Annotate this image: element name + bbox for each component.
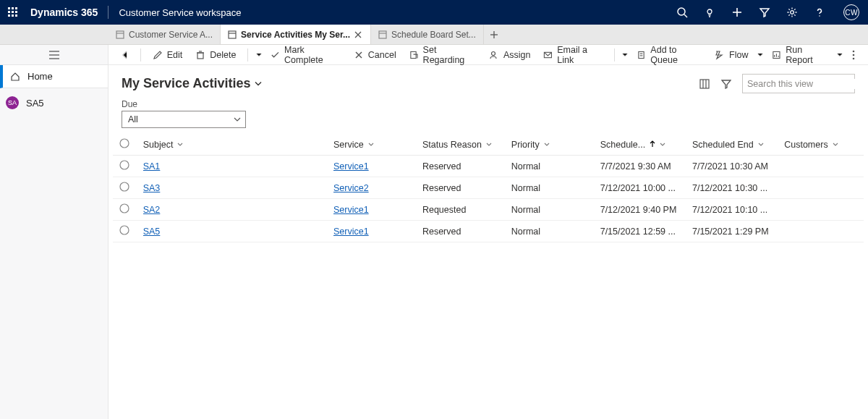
- cmd-label: Edit: [167, 50, 183, 60]
- col-customers[interactable]: Customers: [784, 134, 864, 156]
- assign-button[interactable]: Assign: [483, 46, 537, 64]
- end-cell: 7/12/2021 10:30 ...: [692, 177, 784, 199]
- row-checkbox[interactable]: [119, 160, 129, 170]
- topbar-actions: CW: [676, 4, 859, 20]
- svg-rect-35: [411, 51, 416, 58]
- svg-rect-17: [116, 31, 124, 38]
- flow-split-caret[interactable]: [756, 47, 765, 63]
- app-launcher-icon[interactable]: [6, 5, 20, 20]
- add-to-queue-button[interactable]: Add to Queue: [631, 46, 708, 64]
- svg-rect-4: [12, 11, 14, 13]
- filter-icon[interactable]: [758, 6, 771, 19]
- lightbulb-icon[interactable]: [703, 6, 716, 19]
- row-checkbox[interactable]: [119, 203, 129, 213]
- tab-customer-service-admin[interactable]: Customer Service A...: [109, 25, 221, 44]
- filter-icon[interactable]: [720, 78, 732, 90]
- tab-label: Customer Service A...: [129, 30, 213, 40]
- command-bar: Edit Delete Mark Complete Cancel Set Reg…: [109, 45, 868, 65]
- col-label: Schedule...: [600, 140, 646, 150]
- edit-button[interactable]: Edit: [147, 46, 189, 64]
- table-row[interactable]: SA2Service1RequestedNormal7/12/2021 9:40…: [113, 199, 864, 221]
- customers-cell: [784, 199, 864, 221]
- due-select[interactable]: All: [122, 111, 246, 128]
- col-scheduled-start[interactable]: Schedule...: [600, 134, 692, 156]
- back-button[interactable]: [116, 50, 135, 60]
- cmd-label: Mark Complete: [284, 45, 341, 65]
- customers-cell: [784, 156, 864, 177]
- svg-rect-38: [638, 51, 643, 58]
- view-selector[interactable]: My Service Activities: [122, 76, 262, 91]
- delete-split-caret[interactable]: [254, 47, 263, 63]
- new-tab-button[interactable]: [484, 25, 504, 44]
- plus-icon[interactable]: [731, 6, 744, 19]
- svg-rect-1: [12, 7, 14, 9]
- start-cell: 7/7/2021 9:30 AM: [600, 156, 692, 177]
- mark-complete-button[interactable]: Mark Complete: [265, 46, 346, 64]
- col-service[interactable]: Service: [333, 134, 422, 156]
- status-cell: Requested: [422, 199, 511, 221]
- email-link-split-caret[interactable]: [621, 47, 630, 63]
- priority-cell: Normal: [511, 156, 600, 177]
- row-checkbox[interactable]: [119, 182, 129, 192]
- svg-point-56: [120, 204, 129, 213]
- svg-point-55: [120, 182, 129, 191]
- end-cell: 7/12/2021 10:10 ...: [692, 199, 784, 221]
- subject-link[interactable]: SA5: [143, 227, 161, 237]
- subject-link[interactable]: SA1: [143, 161, 161, 172]
- row-checkbox[interactable]: [119, 225, 129, 235]
- table-row[interactable]: SA5Service1ReservedNormal7/15/2021 12:59…: [113, 221, 864, 242]
- subject-link[interactable]: SA2: [143, 205, 161, 215]
- help-icon[interactable]: [813, 6, 826, 19]
- col-subject[interactable]: Subject: [143, 134, 333, 156]
- table-row[interactable]: SA1Service1ReservedNormal7/7/2021 9:30 A…: [113, 156, 864, 177]
- tab-schedule-board[interactable]: Schedule Board Set...: [371, 25, 484, 44]
- quick-find[interactable]: [742, 74, 855, 93]
- col-priority[interactable]: Priority: [511, 134, 600, 156]
- sidebar-item-session[interactable]: SA SA5: [0, 91, 108, 114]
- search-input[interactable]: [747, 79, 861, 89]
- flow-button[interactable]: Flow: [709, 46, 754, 64]
- cmd-label: Set Regarding: [423, 45, 476, 65]
- cancel-button[interactable]: Cancel: [348, 46, 402, 64]
- search-icon[interactable]: [676, 6, 689, 19]
- run-report-split-caret[interactable]: [835, 47, 845, 63]
- service-link[interactable]: Service1: [333, 227, 369, 237]
- cmd-label: Run Report: [786, 45, 828, 65]
- more-commands-button[interactable]: [846, 50, 861, 60]
- priority-cell: Normal: [511, 199, 600, 221]
- col-status-reason[interactable]: Status Reason: [422, 134, 511, 156]
- brand-label[interactable]: Dynamics 365: [30, 7, 98, 18]
- service-link[interactable]: Service1: [333, 205, 369, 215]
- hamburger-icon[interactable]: [0, 45, 108, 65]
- col-label: Subject: [143, 140, 174, 150]
- col-scheduled-end[interactable]: Scheduled End: [692, 134, 784, 156]
- cmd-label: Assign: [503, 50, 531, 60]
- gear-icon[interactable]: [786, 6, 799, 19]
- service-link[interactable]: Service2: [333, 183, 369, 193]
- end-cell: 7/15/2021 1:29 PM: [692, 221, 784, 242]
- global-topbar: Dynamics 365 Customer Service workspace …: [0, 0, 868, 25]
- service-link[interactable]: Service1: [333, 161, 369, 172]
- user-avatar[interactable]: CW: [843, 4, 859, 20]
- set-regarding-button[interactable]: Set Regarding: [404, 46, 482, 64]
- svg-point-45: [853, 50, 855, 52]
- table-row[interactable]: SA3Service2ReservedNormal7/12/2021 10:00…: [113, 177, 864, 199]
- app-name-label[interactable]: Customer Service workspace: [119, 7, 241, 18]
- status-cell: Reserved: [422, 221, 511, 242]
- main-content: Edit Delete Mark Complete Cancel Set Reg…: [109, 45, 868, 419]
- filter-label: Due: [122, 99, 855, 109]
- delete-button[interactable]: Delete: [190, 46, 242, 64]
- sidebar-item-home[interactable]: Home: [0, 65, 108, 88]
- tab-service-activities[interactable]: Service Activities My Ser...: [221, 25, 371, 44]
- edit-columns-icon[interactable]: [699, 78, 710, 90]
- subject-link[interactable]: SA3: [143, 183, 161, 193]
- run-report-button[interactable]: Run Report: [766, 46, 833, 64]
- svg-rect-48: [700, 80, 709, 88]
- svg-point-16: [819, 15, 820, 17]
- sidebar-item-label: Home: [27, 71, 53, 82]
- start-cell: 7/15/2021 12:59 ...: [600, 221, 692, 242]
- close-icon[interactable]: [354, 30, 363, 39]
- select-all-checkbox[interactable]: [119, 138, 129, 148]
- email-link-button[interactable]: Email a Link: [537, 46, 608, 64]
- grid: Subject Service Status Reason Prior: [109, 134, 868, 419]
